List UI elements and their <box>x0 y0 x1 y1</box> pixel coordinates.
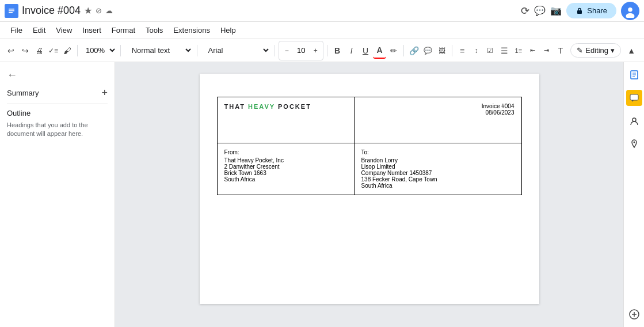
underline-button[interactable]: U <box>359 43 372 59</box>
menu-insert[interactable]: Insert <box>78 24 106 37</box>
menu-help[interactable]: Help <box>216 24 241 37</box>
editing-mode-label: Editing <box>585 46 608 55</box>
print-button[interactable]: 🖨 <box>33 43 45 59</box>
zoom-select[interactable]: 100% 75% 125% <box>81 44 117 56</box>
line-spacing-button[interactable]: ↕ <box>470 43 482 59</box>
star-icon[interactable]: ★ <box>84 5 92 16</box>
to-address: 138 Fecker Road, Cape Town <box>361 176 515 182</box>
menu-edit[interactable]: Edit <box>28 24 50 37</box>
collapse-toolbar-button[interactable]: ▲ <box>623 43 639 59</box>
editing-mode-selector[interactable]: ✎ Editing ▾ <box>570 43 621 58</box>
paint-format-button[interactable]: 🖌 <box>61 43 74 59</box>
from-address2: Brick Town 1663 <box>224 170 347 176</box>
image-button[interactable]: 🖼 <box>436 43 448 59</box>
font-size-box: − + <box>279 41 323 60</box>
share-button[interactable]: Share <box>566 3 616 18</box>
panel-document-icon[interactable] <box>626 67 642 83</box>
from-section: From: That Heavy Pocket, Inc 2 Danwither… <box>217 143 354 195</box>
invoice-number: Invoice #004 <box>361 103 515 109</box>
from-address1: 2 Danwither Crescent <box>224 164 347 170</box>
title-bar-right: ⟳ 💬 📷 Share <box>521 2 639 20</box>
invoice-date: 08/06/2023 <box>361 109 515 116</box>
document-page: THAT HEAVY POCKET Invoice #004 08/06/202… <box>200 74 539 304</box>
separator-5 <box>327 45 327 56</box>
separator-1 <box>77 45 78 56</box>
link-button[interactable]: 🔗 <box>407 43 420 59</box>
list-button[interactable]: ☰ <box>498 43 510 59</box>
from-company: That Heavy Pocket, Inc <box>224 157 347 164</box>
summary-section-header: Summary + <box>7 87 108 99</box>
redo-button[interactable]: ↪ <box>18 43 31 59</box>
menu-extensions[interactable]: Extensions <box>169 24 215 37</box>
bold-button[interactable]: B <box>331 43 344 59</box>
toolbar: ↩ ↪ 🖨 ✓≡ 🖌 100% 75% 125% Normal text Hea… <box>0 39 644 62</box>
cloud-icon[interactable]: ☁ <box>105 6 113 15</box>
font-size-decrease[interactable]: − <box>281 43 292 59</box>
align-button[interactable]: ≡ <box>456 43 468 59</box>
camera-icon[interactable]: 📷 <box>550 5 562 16</box>
invoice-table: THAT HEAVY POCKET Invoice #004 08/06/202… <box>217 97 522 195</box>
header-right-cell: Invoice #004 08/06/2023 <box>354 97 521 143</box>
to-company-number: Company Number 1450387 <box>361 170 515 176</box>
sidebar-divider <box>7 104 108 104</box>
company-name: THAT HEAVY POCKET <box>224 103 347 110</box>
indent-less-button[interactable]: ⇤ <box>526 43 539 59</box>
doc-icon <box>5 4 18 18</box>
svg-point-15 <box>633 142 635 143</box>
title-bar: Invoice #004 ★ ⊘ ☁ ⟳ 💬 📷 Share <box>0 0 644 22</box>
menu-tools[interactable]: Tools <box>141 24 167 37</box>
svg-rect-4 <box>577 10 582 14</box>
move-icon[interactable]: ⊘ <box>96 6 102 15</box>
to-company: Lisop Limited <box>361 164 515 170</box>
history-icon[interactable]: ⟳ <box>521 5 529 17</box>
back-button[interactable]: ← <box>7 69 17 81</box>
from-country: South Africa <box>224 176 347 182</box>
avatar[interactable] <box>621 2 639 20</box>
company-name-part1: THAT <box>224 103 249 110</box>
font-select[interactable]: Arial Times New Roman Georgia <box>201 44 272 57</box>
menu-view[interactable]: View <box>51 24 77 37</box>
separator-3 <box>197 45 197 56</box>
company-name-part2: POCKET <box>275 103 311 110</box>
svg-rect-3 <box>9 12 13 13</box>
outline-hint: Headings that you add to the document wi… <box>7 121 108 139</box>
font-size-input[interactable] <box>293 46 309 55</box>
style-select[interactable]: Normal text Heading 1 Heading 2 <box>124 44 193 57</box>
right-panel <box>623 62 644 327</box>
checklist-button[interactable]: ☑ <box>484 43 497 59</box>
header-left-cell: THAT HEAVY POCKET <box>217 97 354 143</box>
svg-rect-12 <box>630 94 638 100</box>
menu-format[interactable]: Format <box>107 24 140 37</box>
indent-more-button[interactable]: ⇥ <box>540 43 552 59</box>
panel-contacts-icon[interactable] <box>626 113 642 129</box>
svg-point-14 <box>632 118 636 121</box>
svg-rect-2 <box>9 10 14 12</box>
menu-bar: File Edit View Insert Format Tools Exten… <box>0 22 644 39</box>
chevron-down-icon: ▾ <box>611 46 615 55</box>
italic-button[interactable]: I <box>345 43 357 59</box>
summary-add-button[interactable]: + <box>101 87 108 99</box>
company-name-green: HEAVY <box>248 103 275 110</box>
svg-point-6 <box>628 7 632 12</box>
panel-chat-icon[interactable] <box>626 90 642 106</box>
to-name: Brandon Lorry <box>361 157 515 164</box>
clear-format-button[interactable]: T <box>554 43 567 59</box>
numbered-list-button[interactable]: 1≡ <box>512 43 525 59</box>
to-country: South Africa <box>361 182 515 189</box>
chat-icon[interactable]: 💬 <box>534 5 546 16</box>
panel-maps-icon[interactable] <box>626 136 642 152</box>
separator-4 <box>275 45 275 56</box>
title-bar-left: Invoice #004 ★ ⊘ ☁ <box>5 4 521 18</box>
highlight-button[interactable]: ✏ <box>387 43 400 59</box>
font-color-button[interactable]: A <box>373 43 386 59</box>
undo-button[interactable]: ↩ <box>5 43 17 59</box>
font-size-increase[interactable]: + <box>310 43 321 59</box>
spellcheck-button[interactable]: ✓≡ <box>47 43 59 59</box>
comment-button[interactable]: 💬 <box>421 43 434 59</box>
menu-file[interactable]: File <box>6 24 27 37</box>
from-label: From: <box>224 149 347 155</box>
separator-6 <box>403 45 404 56</box>
outline-label: Outline <box>7 109 108 117</box>
panel-add-button[interactable] <box>626 306 642 322</box>
separator-7 <box>452 45 452 56</box>
